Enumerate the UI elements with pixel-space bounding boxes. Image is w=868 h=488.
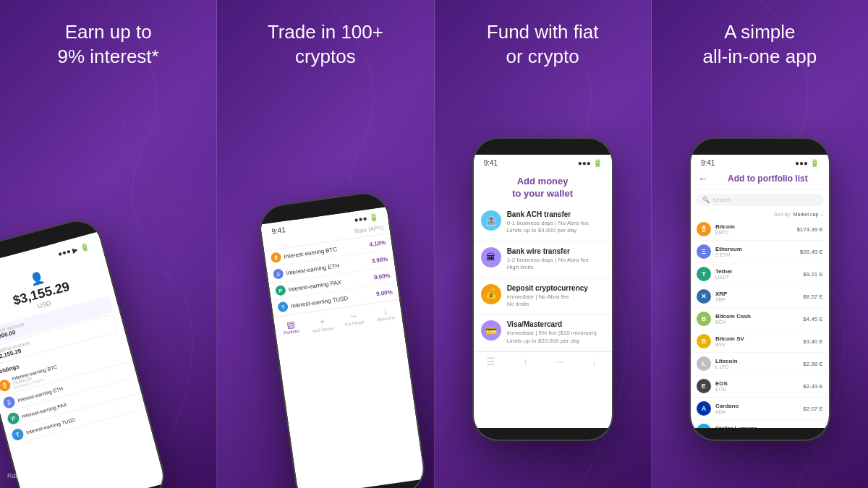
panel-fund-wallet: Fund with fiator crypto 9:41 ●●● 🔋 Add m…: [434, 0, 651, 488]
status-bar-4: 9:41 ●●● 🔋: [691, 155, 829, 168]
time-2: 9:41: [271, 226, 286, 236]
crypto-info: Deposit cryptocurrency Immediate | No Ab…: [507, 284, 588, 309]
bsv-symbol: BSV: [715, 342, 803, 347]
panel-3-screen: 9:41 ●●● 🔋 Add moneyto your wallet 🏦 Ban…: [474, 155, 612, 428]
sort-label: Sort by:: [774, 212, 791, 217]
coin-ltc[interactable]: Ł Litecoin Ł LTC $2.98 E: [691, 353, 829, 375]
panel-4-header: A simpleall-in-one app: [689, 0, 832, 77]
panel-4-screen: 9:41 ●●● 🔋 ← Add to portfolio list 🔍 Sea…: [691, 155, 829, 428]
ada-symbol: ADA: [715, 409, 803, 414]
p3-tab-4-icon: ↓: [577, 356, 612, 367]
ltc-name: Litecoin: [715, 358, 803, 364]
ethereum-name: Ethereum: [715, 246, 800, 252]
panel-3-header: Fund with fiator crypto: [472, 0, 613, 77]
xrp-symbol: XRP: [715, 297, 803, 302]
ethereum-icon: Ξ: [697, 244, 711, 259]
search-placeholder: Search: [712, 197, 731, 203]
coin-eos[interactable]: E EOS EOS $2.43 E: [691, 375, 829, 398]
card-info: Visa/Mastercard Immediate | 5% fee ($10 …: [507, 320, 597, 345]
back-button[interactable]: ←: [698, 173, 708, 184]
rates-note: Rates subject to change: [7, 472, 77, 479]
eth-rate: 3.90%: [371, 255, 388, 264]
p3-tab-4[interactable]: ↓: [577, 356, 612, 368]
btc-icon: ₿: [0, 378, 12, 393]
ada-name: Cardano: [715, 403, 803, 409]
col-name: [268, 240, 269, 247]
tether-name: Tether: [715, 268, 803, 275]
tusd-row-icon: T: [277, 301, 289, 313]
bitcoin-symbol: ₿ BTC: [715, 230, 797, 235]
ltc-symbol: Ł LTC: [715, 364, 803, 369]
crypto-deposit-desc: Immediate | No Abra feeNo limits: [507, 294, 588, 309]
wire-icon: 🏛: [481, 247, 501, 267]
panel-3-phone: 9:41 ●●● 🔋 Add moneyto your wallet 🏦 Ban…: [472, 137, 613, 441]
sort-direction-icon[interactable]: ↓: [820, 212, 823, 217]
p3-tab-2[interactable]: ↑: [508, 356, 542, 368]
bch-symbol: BCH: [715, 320, 803, 325]
payment-method-wire[interactable]: 🏛 Bank wire transfer 1-2 business days |…: [474, 241, 612, 278]
card-icon: 💳: [481, 320, 501, 341]
portfolio-header: ← Add to portfolio list: [691, 168, 829, 189]
p3-tab-2-icon: ↑: [508, 356, 542, 367]
search-box[interactable]: 🔍 Search: [697, 194, 823, 206]
ethereum-info: Ethereum Ξ ETH: [715, 246, 800, 257]
add-money-title: Add moneyto your wallet: [474, 168, 612, 205]
tether-price: $9.21 E: [803, 271, 823, 278]
panel-2-phone-wrapper: 9:41 ●●● 🔋 Rate (APY) ₿ Interest-earning…: [242, 82, 427, 488]
coin-xlm[interactable]: ✦ Stellar Lumens XLM: [691, 420, 829, 428]
panel-1-phone-wrapper: 9:41 ●●● ▶ 🔋 👤 $3,155.29 USD Interest ac…: [0, 96, 170, 488]
ada-icon: A: [697, 401, 711, 416]
p3-tab-1[interactable]: ☰: [474, 356, 509, 368]
eos-symbol: EOS: [715, 387, 803, 392]
pax-icon: P: [6, 411, 20, 426]
tab-welcome[interactable]: ↓ Welcome: [368, 303, 402, 327]
tether-symbol: USDT: [715, 275, 803, 280]
bitcoin-icon: ₿: [697, 222, 711, 236]
coin-ethereum[interactable]: Ξ Ethereum Ξ ETH $26.43 E: [691, 241, 829, 263]
p3-tab-3-icon: ↔: [542, 356, 577, 367]
tab-add-money[interactable]: ＋ Add Money: [305, 312, 339, 335]
bsv-price: $3.40 E: [803, 338, 823, 345]
panel-2-phone: 9:41 ●●● 🔋 Rate (APY) ₿ Interest-earning…: [257, 189, 428, 488]
bsv-info: Bitcoin SV BSV: [715, 335, 803, 347]
wire-desc: 1-2 business days | No Abra feeHigh limi…: [507, 257, 589, 272]
panel-3-heading: Fund with fiator crypto: [487, 20, 599, 69]
ach-name: Bank ACH transfer: [507, 210, 589, 218]
phone-notch-4: [723, 139, 796, 155]
bitcoin-name: Bitcoin: [715, 223, 797, 230]
btc-row-icon: ₿: [271, 252, 282, 263]
ltc-info: Litecoin Ł LTC: [715, 358, 803, 369]
ach-info: Bank ACH transfer 0-1 business days | No…: [507, 210, 589, 235]
signal-4: ●●● 🔋: [795, 159, 819, 167]
tab-exchange[interactable]: ↔ Exchange: [337, 307, 371, 331]
panel-4-phone-wrapper: 9:41 ●●● 🔋 ← Add to portfolio list 🔍 Sea…: [689, 77, 830, 488]
xrp-name: XRP: [715, 291, 803, 297]
coin-bitcoin[interactable]: ₿ Bitcoin ₿ BTC $174.39 E: [691, 218, 829, 241]
coin-ada[interactable]: A Cardano ADA $2.07 E: [691, 398, 829, 420]
coin-xrp[interactable]: ✕ XRP XRP $8.57 E: [691, 286, 829, 308]
xrp-price: $8.57 E: [803, 294, 823, 300]
panel-earn-interest: Earn up to9% interest* 9:41 ●●● ▶ 🔋 👤 $3…: [0, 0, 216, 488]
ada-info: Cardano ADA: [715, 403, 803, 414]
payment-method-card[interactable]: 💳 Visa/Mastercard Immediate | 5% fee ($1…: [474, 314, 612, 351]
time-4: 9:41: [701, 159, 715, 167]
sort-bar: Sort by: Market cap ↓: [691, 210, 829, 218]
ltc-price: $2.98 E: [803, 361, 823, 367]
tab-portfolio[interactable]: ▤ Portfolio: [274, 316, 308, 340]
ach-desc: 0-1 business days | No Abra feeLimits up…: [507, 220, 589, 235]
tusd-rate: 9.00%: [375, 288, 393, 297]
ethereum-symbol: Ξ ETH: [715, 252, 800, 257]
xrp-info: XRP XRP: [715, 291, 803, 302]
sort-value[interactable]: Market cap: [793, 212, 819, 217]
coin-tether[interactable]: T Tether USDT $9.21 E: [691, 263, 829, 286]
panel-1-heading: Earn up to9% interest*: [58, 20, 159, 69]
payment-method-crypto[interactable]: 💰 Deposit cryptocurrency Immediate | No …: [474, 278, 612, 315]
bsv-name: Bitcoin SV: [715, 335, 803, 342]
payment-method-ach[interactable]: 🏦 Bank ACH transfer 0-1 business days | …: [474, 205, 612, 241]
coin-bch[interactable]: B Bitcoin Cash BCH $4.45 E: [691, 308, 829, 330]
panel-1-header: Earn up to9% interest*: [43, 0, 174, 77]
p3-tab-3[interactable]: ↔: [542, 356, 577, 368]
bch-info: Bitcoin Cash BCH: [715, 313, 803, 325]
signal-3: ●●● 🔋: [578, 159, 602, 167]
coin-bsv[interactable]: B Bitcoin SV BSV $3.40 E: [691, 330, 829, 353]
